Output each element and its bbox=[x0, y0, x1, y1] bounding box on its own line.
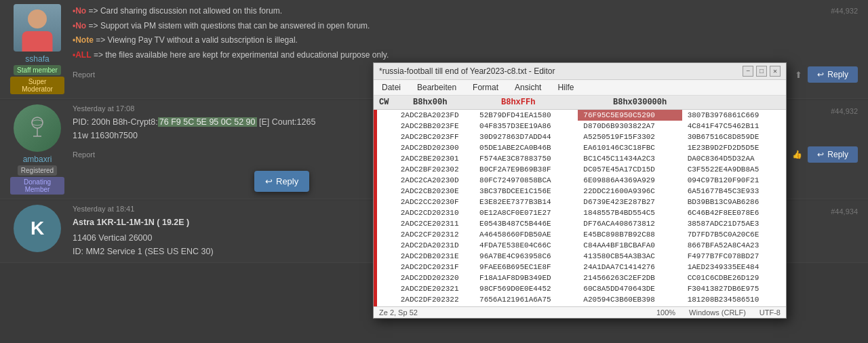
post2-text2: [E] Count:1265 bbox=[257, 117, 316, 127]
table-row: 2ADC2BF202302 B0CF2A7E9B69B38F DC057E45A… bbox=[374, 164, 786, 175]
cell-addr: 2ADC2DA20231D bbox=[395, 240, 474, 251]
post2-reply-label: Reply bbox=[827, 150, 848, 159]
col-cw-header: CW bbox=[379, 98, 399, 107]
cell-h30: 30B67516C8D859DE bbox=[682, 132, 786, 142]
rule-2: •No => Support via PM sistem with questi… bbox=[73, 19, 858, 34]
rule-text-1: => Card sharing discussion not allowed o… bbox=[89, 6, 283, 16]
menu-ansicht[interactable]: Ansicht bbox=[512, 81, 544, 94]
satellite-dish-icon bbox=[24, 115, 51, 142]
cell-h30: 1E23B9D2FD2D5D5E bbox=[682, 142, 786, 153]
maximize-button[interactable]: □ bbox=[756, 66, 767, 77]
table-row: 2ADC2CE202311 E0543B487C5B446E DF76ACA40… bbox=[374, 218, 786, 229]
cell-h00: 05DE1ABE2CA0B46B bbox=[474, 142, 578, 153]
cell-cw bbox=[374, 262, 395, 273]
cell-h30: 38587ADC21D75AE3 bbox=[682, 218, 786, 229]
like-icon[interactable]: 👍 bbox=[792, 150, 802, 159]
post2-hex: 76 F9 5C 5E 95 0C 52 90 bbox=[158, 117, 257, 127]
menu-bearbeiten[interactable]: Bearbeiten bbox=[414, 81, 459, 94]
editor-window-buttons: − □ ✕ bbox=[743, 66, 781, 77]
editor-window: *russia-football till end of Year2023-c8… bbox=[373, 62, 787, 319]
cell-cw bbox=[374, 273, 395, 283]
cell-h30: 3807B3976861C669 bbox=[682, 110, 786, 121]
post2-report-link[interactable]: Report bbox=[73, 150, 95, 159]
cell-hff: 24A1DAA7C1414276 bbox=[578, 262, 682, 273]
cell-cw bbox=[374, 240, 395, 251]
col-h30-header: B8hx030000h bbox=[613, 98, 711, 107]
cell-hff: E45BC898B7B92C88 bbox=[578, 229, 682, 240]
cell-addr: 2ADC2DC20231F bbox=[395, 262, 474, 273]
menu-hilfe[interactable]: Hilfe bbox=[555, 81, 576, 94]
line-ending: Windows (CRLF) bbox=[689, 308, 746, 317]
rule-text-4: => the files available here are kept for… bbox=[94, 50, 389, 60]
cell-cw bbox=[374, 283, 395, 294]
post1-reply-button[interactable]: ↩ Reply bbox=[808, 66, 858, 83]
col-h00-header: B8hx00h bbox=[413, 98, 488, 107]
post1-reply-label: Reply bbox=[827, 70, 848, 79]
reply-arrow-icon2: ↩ bbox=[817, 150, 824, 159]
post2-reply-button[interactable]: ↩ Reply bbox=[808, 146, 858, 163]
cell-h00: 3BC37BDCEE1C156E bbox=[474, 186, 578, 197]
cell-addr: 2ADC2CA20230D bbox=[395, 175, 474, 186]
cell-h00: 52B79DFD41EA1580 bbox=[474, 110, 578, 121]
table-row: 2ADC2CF202312 A46458660FDB50AE E45BC898B… bbox=[374, 229, 786, 240]
cell-cw bbox=[374, 110, 395, 121]
cell-hff: D6739E423E287B27 bbox=[578, 197, 682, 207]
cell-cw bbox=[374, 251, 395, 262]
editor-title: *russia-football till end of Year2023-c8… bbox=[379, 66, 555, 76]
rule-1: •No => Card sharing discussion not allow… bbox=[73, 4, 858, 19]
close-button[interactable]: ✕ bbox=[770, 66, 781, 77]
cell-h30: 094C97B120F90F21 bbox=[682, 175, 786, 186]
cell-h30: F30413827DB6E975 bbox=[682, 283, 786, 294]
cell-h00: 0E12A8CF0E071E27 bbox=[474, 207, 578, 218]
cell-cw bbox=[374, 207, 395, 218]
cell-addr: 2ADC2BC2023FF bbox=[395, 132, 474, 142]
share-icon[interactable]: ⬆ bbox=[795, 70, 802, 80]
cell-h30: 4C841F47C5462B11 bbox=[682, 121, 786, 132]
cell-hff: 6E09886A4369A929 bbox=[578, 175, 682, 186]
rule-all-4: •ALL bbox=[73, 50, 92, 60]
cell-h00: 98CF569D0E0E4452 bbox=[474, 283, 578, 294]
table-row: 2ADC2CB20230E 3BC37BDCEE1C156E 22DDC2160… bbox=[374, 186, 786, 197]
table-row: 2ADC2CA20230D 80FC724970858BCA 6E09886A4… bbox=[374, 175, 786, 186]
cell-addr: 2ADC2CF202312 bbox=[395, 229, 474, 240]
table-row: 2ADC2DE202321 98CF569D0E0E4452 60C8A5DD4… bbox=[374, 283, 786, 294]
table-row: 2ADC2CD202310 0E12A8CF0E071E27 1848557B4… bbox=[374, 207, 786, 218]
avatar-head bbox=[28, 9, 47, 28]
cell-hff: 22DDC21600A9396C bbox=[578, 186, 682, 197]
cell-h00: 9FAEE6B695EC1E8F bbox=[474, 262, 578, 273]
rule-no-1: •No bbox=[73, 6, 86, 16]
cell-hff: 1848557B4BD554C5 bbox=[578, 207, 682, 218]
table-row: 2ADC2DC20231F 9FAEE6B695EC1E8F 24A1DAA7C… bbox=[374, 262, 786, 273]
menu-datei[interactable]: Datei bbox=[379, 81, 403, 94]
cell-addr: 2ADC2DF202322 bbox=[395, 294, 474, 305]
cell-addr: 2ADC2DB20231E bbox=[395, 251, 474, 262]
menu-format[interactable]: Format bbox=[470, 81, 501, 94]
cell-hff: 413580CB54A3B3AC bbox=[578, 251, 682, 262]
statusbar-right: 100% Windows (CRLF) UTF-8 bbox=[656, 308, 781, 317]
registered-badge: Registered bbox=[18, 165, 57, 176]
cell-hff: 60C8A5DD470643DE bbox=[578, 283, 682, 294]
super-mod-badge: Super Moderator bbox=[10, 77, 64, 94]
cell-h30: F4977B7FC078BD27 bbox=[682, 251, 786, 262]
editor-titlebar: *russia-football till end of Year2023-c8… bbox=[374, 63, 786, 80]
reply-tooltip[interactable]: ↩ Reply bbox=[254, 171, 309, 192]
cell-cw bbox=[374, 229, 395, 240]
username-link[interactable]: sshafa bbox=[25, 54, 49, 64]
post1-report-link[interactable]: Report bbox=[73, 70, 95, 79]
minimize-button[interactable]: − bbox=[743, 66, 753, 77]
cell-addr: 2ADC2DE202321 bbox=[395, 283, 474, 294]
cell-cw bbox=[374, 142, 395, 153]
post3-avatar-section: K bbox=[10, 205, 64, 258]
donating-badge: Donating Member bbox=[10, 177, 64, 195]
cell-h00: 80FC724970858BCA bbox=[474, 175, 578, 186]
table-row: 2ADC2BE202301 F574AE3C87883750 BC1C45C11… bbox=[374, 153, 786, 164]
avatar: K bbox=[14, 205, 61, 252]
col-hff-header: B8hxFFh bbox=[501, 98, 599, 107]
username-link[interactable]: ambaxri bbox=[23, 155, 52, 164]
cell-h00: E3E82EE7377B3B14 bbox=[474, 197, 578, 207]
cell-h00: F18A1AF8D9B349ED bbox=[474, 273, 578, 283]
editor-content[interactable]: 2ADC2BA2023FD 52B79DFD41EA1580 76F95C5E9… bbox=[374, 110, 786, 306]
cell-h30: 8667BFA52A8C4A23 bbox=[682, 240, 786, 251]
cell-h30: C3F5522E4A9DB8A5 bbox=[682, 164, 786, 175]
tooltip-reply-arrow: ↩ bbox=[265, 176, 273, 186]
